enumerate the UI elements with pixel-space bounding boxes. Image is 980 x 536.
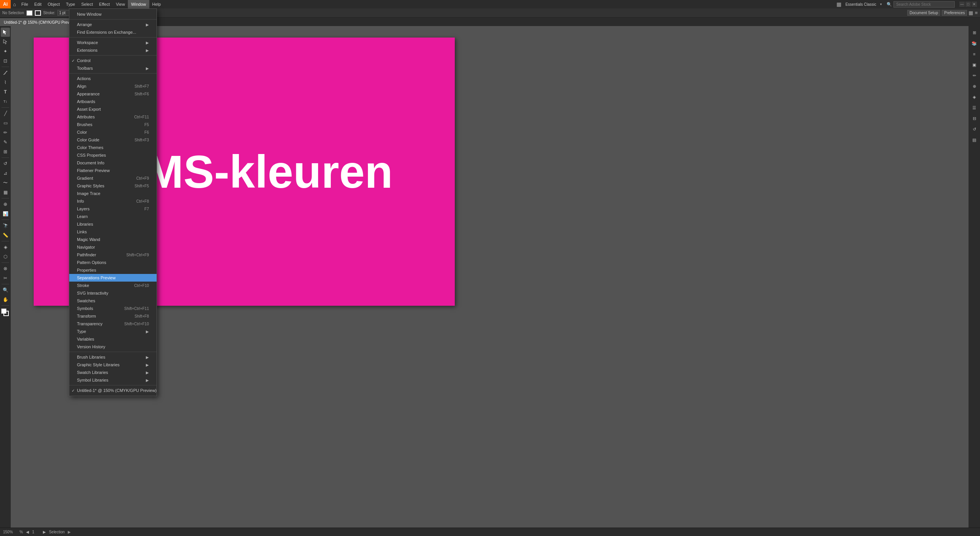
fill-stroke-indicator[interactable] [1,308,10,317]
menu-color[interactable]: Color F6 [69,128,157,136]
menu-appearance[interactable]: Appearance Shift+F6 [69,90,157,98]
menu-graphic-styles[interactable]: Graphic Styles Shift+F5 [69,182,157,190]
menu-graphic-style-libraries[interactable]: Graphic Style Libraries ▶ [69,361,157,369]
menu-separations-preview[interactable]: Separations Preview [69,274,157,282]
line-tool-btn[interactable]: ╱ [1,109,10,118]
menu-swatch-libraries[interactable]: Swatch Libraries ▶ [69,369,157,376]
menu-color-guide[interactable]: Color Guide Shift+F3 [69,136,157,144]
menu-css-properties[interactable]: CSS Properties [69,151,157,159]
menu-document-info[interactable]: Document Info [69,159,157,167]
menu-libraries[interactable]: Libraries [69,220,157,228]
shaper-tool-btn[interactable]: ⊞ [1,147,10,156]
properties-panel-btn[interactable]: ⊞ [969,28,979,38]
menu-artboards[interactable]: Artboards [69,98,157,105]
symbol-sprayer-btn[interactable]: ⊕ [1,200,10,209]
menu-arrange[interactable]: Arrange ▶ [69,21,157,28]
menu-view[interactable]: View [113,0,128,8]
menu-pathfinder[interactable]: Pathfinder Shift+Ctrl+F9 [69,251,157,259]
swatches-panel-btn[interactable]: ▣ [969,60,979,70]
maximize-button[interactable]: □ [965,2,971,7]
menu-new-window[interactable]: New Window [69,10,157,18]
menu-attributes[interactable]: Attributes Ctrl+F11 [69,113,157,121]
menu-actions[interactable]: Actions [69,75,157,82]
rotate-tool-btn[interactable]: ↺ [1,159,10,168]
menu-toolbars[interactable]: Toolbars ▶ [69,64,157,72]
menu-symbols[interactable]: Symbols Shift+Ctrl+F11 [69,305,157,312]
menu-control[interactable]: ✓ Control [69,57,157,64]
type-tool-btn[interactable]: T [1,87,10,97]
page-input[interactable] [32,530,40,534]
lasso-tool-btn[interactable]: ⊡ [1,56,10,66]
menu-layers[interactable]: Layers F7 [69,205,157,213]
live-paint-btn[interactable]: ⬡ [1,252,10,261]
pathfinder-panel-btn[interactable]: ▤ [969,135,979,145]
hand-btn[interactable]: ✋ [1,295,10,304]
menu-file[interactable]: File [18,0,31,8]
next-page-icon[interactable]: ▶ [43,530,46,534]
menu-navigator[interactable]: Navigator [69,243,157,251]
menu-select[interactable]: Select [78,0,96,8]
measure-btn[interactable]: 📏 [1,231,10,240]
menu-untitled-document[interactable]: ✓ Untitled-1* @ 150% (CMYK/GPU Preview) [69,387,157,394]
menu-transform[interactable]: Transform Shift+F8 [69,312,157,320]
zoom-input[interactable] [3,530,16,534]
eraser-btn[interactable]: ⊗ [1,264,10,273]
magic-wand-tool-btn[interactable]: ✦ [1,47,10,56]
paintbrush-tool-btn[interactable]: ✏ [1,128,10,137]
menu-gradient[interactable]: Gradient Ctrl+F9 [69,174,157,182]
menu-effect[interactable]: Effect [96,0,113,8]
pencil-tool-btn[interactable]: ✎ [1,138,10,147]
document-setup-button[interactable]: Document Setup [907,10,941,16]
menu-edit[interactable]: Edit [31,0,45,8]
brushes-panel-btn[interactable]: ✏ [969,70,979,80]
fill-swatch[interactable] [26,10,33,16]
menu-swatches[interactable]: Swatches [69,297,157,305]
menu-symbol-libraries[interactable]: Symbol Libraries ▶ [69,376,157,384]
close-button[interactable]: ✕ [972,2,977,7]
menu-magic-wand[interactable]: Magic Wand [69,236,157,243]
menu-object[interactable]: Object [45,0,63,8]
symbols-panel-btn[interactable]: ⊕ [969,81,979,91]
menu-image-trace[interactable]: Image Trace [69,190,157,197]
menu-extensions[interactable]: Extensions ▶ [69,46,157,54]
menu-color-themes[interactable]: Color Themes [69,144,157,151]
prev-page-icon[interactable]: ◀ [26,530,29,534]
home-button[interactable]: ⌂ [11,0,18,8]
menu-learn[interactable]: Learn [69,213,157,220]
libraries-panel-btn[interactable]: 📚 [969,38,979,48]
menu-type[interactable]: Type [63,0,78,8]
stroke-swatch[interactable] [35,10,41,16]
menu-version-history[interactable]: Version History [69,343,157,351]
menu-links[interactable]: Links [69,228,157,236]
menu-align[interactable]: Align Shift+F7 [69,82,157,90]
menu-workspace[interactable]: Workspace ▶ [69,39,157,46]
appearance-panel-btn[interactable]: ☰ [969,103,979,113]
menu-properties[interactable]: Properties [69,266,157,274]
blend-btn[interactable]: ◈ [1,243,10,252]
align-panel-btn[interactable]: ⊟ [969,113,979,123]
transform-panel-btn[interactable]: ↺ [969,124,979,134]
search-stock-input[interactable] [893,1,955,8]
menu-info[interactable]: Info Ctrl+F8 [69,197,157,205]
graphic-styles-btn[interactable]: ◈ [969,92,979,102]
menu-variables[interactable]: Variables [69,335,157,343]
scale-tool-btn[interactable]: ⊿ [1,169,10,178]
menu-window[interactable]: Window [128,0,149,8]
free-transform-btn[interactable]: ▦ [1,188,10,197]
menu-flattener-preview[interactable]: Flattener Preview [69,167,157,174]
menu-brush-libraries[interactable]: Brush Libraries ▶ [69,353,157,361]
minimize-button[interactable]: — [959,2,965,7]
rectangle-tool-btn[interactable]: ▭ [1,118,10,128]
menu-help[interactable]: Help [149,0,164,8]
curvature-tool-btn[interactable]: ⌇ [1,78,10,87]
layers-panel-btn[interactable]: ≡ [969,49,979,59]
menu-find-extensions[interactable]: Find Extensions on Exchange... [69,28,157,36]
menu-asset-export[interactable]: Asset Export [69,105,157,113]
menu-pattern-options[interactable]: Pattern Options [69,259,157,266]
scissors-btn[interactable]: ✂ [1,274,10,283]
eyedropper-btn[interactable]: 🔭 [1,221,10,230]
selection-tool-btn[interactable] [1,28,10,37]
touch-type-tool-btn[interactable]: T↕ [1,97,10,106]
menu-brushes[interactable]: Brushes F5 [69,121,157,128]
direct-selection-tool-btn[interactable] [1,37,10,46]
